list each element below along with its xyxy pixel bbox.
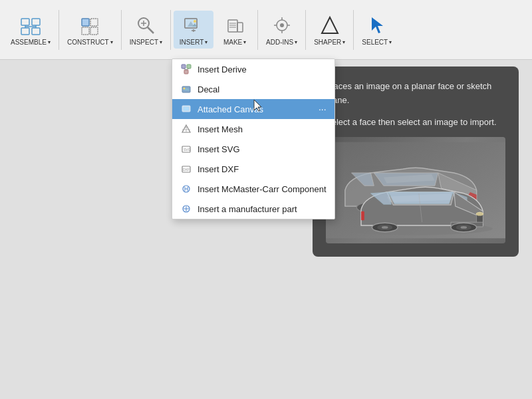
canvas-dots: ···: [319, 104, 327, 114]
shaper-label: SHAPER ▾: [314, 39, 345, 46]
toolbar-group-select[interactable]: SELECT ▾: [356, 11, 397, 49]
svg-icon: SVG: [180, 143, 192, 155]
svg-rect-8: [90, 19, 98, 26]
divider-2: [121, 10, 122, 50]
toolbar-group-addins[interactable]: ADD-INS ▾: [261, 11, 303, 49]
svg-text:DXF: DXF: [183, 168, 190, 172]
decal-label: Decal: [198, 84, 327, 94]
svg-point-72: [476, 212, 484, 216]
svg-rect-9: [82, 27, 89, 35]
svg-rect-37: [184, 70, 188, 74]
svg-marker-34: [372, 17, 383, 33]
menu-item-insert-svg[interactable]: SVG Insert SVG: [172, 139, 334, 159]
dxf-icon: DXF: [180, 163, 192, 175]
info-panel-image: [326, 137, 505, 243]
toolbar: ASSEMBLE ▾ CONSTRUCT ▾: [0, 0, 532, 60]
svg-text:SVG: SVG: [184, 148, 191, 152]
divider-6: [353, 10, 354, 50]
divider-5: [305, 10, 306, 50]
shaper-icon: [318, 13, 342, 37]
construct-label: CONSTRUCT ▾: [67, 39, 113, 46]
svg-point-19: [194, 20, 196, 23]
inspect-label: INSPECT ▾: [130, 39, 162, 46]
svg-point-69: [461, 226, 467, 229]
svg-point-41: [184, 88, 186, 90]
svg-label: Insert SVG: [198, 144, 327, 154]
menu-item-insert-derive[interactable]: Insert Derive: [172, 59, 334, 79]
addins-label: ADD-INS ▾: [266, 39, 297, 46]
svg-rect-22: [228, 20, 237, 32]
toolbar-group-inspect[interactable]: INSPECT ▾: [124, 11, 168, 49]
insert-label: INSERT ▾: [180, 39, 208, 46]
toolbar-group-construct[interactable]: CONSTRUCT ▾: [62, 11, 118, 49]
manufacturer-label: Insert a manufacturer part: [198, 204, 327, 214]
info-panel: Places an image on a planar face or sket…: [313, 66, 519, 257]
toolbar-group-shaper[interactable]: SHAPER ▾: [309, 11, 350, 49]
svg-rect-71: [361, 211, 364, 221]
insert-derive-label: Insert Derive: [198, 65, 327, 74]
decal-icon: [180, 83, 192, 95]
svg-rect-36: [187, 65, 191, 68]
canvas-icon: [180, 103, 192, 115]
make-icon: [223, 13, 247, 37]
mcmaster-label: Insert McMaster-Carr Component: [198, 184, 327, 194]
svg-rect-2: [32, 19, 40, 25]
svg-rect-3: [32, 28, 40, 35]
menu-item-insert-manufacturer[interactable]: Insert a manufacturer part: [172, 199, 334, 219]
manufacturer-icon: [180, 203, 192, 215]
svg-rect-44: [184, 107, 189, 110]
svg-rect-10: [90, 27, 98, 35]
divider-1: [59, 10, 59, 50]
inspect-icon: [134, 13, 158, 37]
svg-rect-35: [182, 65, 186, 68]
insert-icon: [182, 13, 205, 37]
svg-rect-0: [21, 19, 29, 25]
addins-icon: [270, 13, 294, 37]
svg-line-12: [148, 27, 154, 33]
divider-3: [170, 10, 171, 50]
svg-rect-23: [237, 23, 243, 32]
svg-rect-1: [21, 28, 29, 35]
svg-marker-33: [322, 17, 338, 33]
svg-point-66: [382, 226, 388, 229]
assemble-label: ASSEMBLE ▾: [11, 39, 51, 46]
mesh-label: Insert Mesh: [198, 124, 327, 134]
svg-rect-7: [82, 19, 89, 26]
toolbar-group-make[interactable]: MAKE ▾: [215, 11, 255, 49]
canvas-label: Attached Canvas: [198, 104, 311, 114]
dropdown-menu: Insert Derive Decal Attached Canvas: [172, 59, 335, 219]
svg-point-28: [280, 23, 284, 27]
select-icon: [365, 13, 389, 37]
menu-item-insert-dxf[interactable]: DXF Insert DXF: [172, 159, 334, 179]
menu-item-attached-canvas[interactable]: Attached Canvas ···: [172, 99, 334, 119]
mcmaster-icon: [180, 183, 192, 195]
info-panel-line1: Places an image on a planar face or sket…: [326, 80, 505, 108]
assemble-icon: [19, 13, 43, 37]
info-panel-line2: Select a face then select an image to im…: [326, 116, 505, 130]
insert-dropdown: Insert Derive Decal Attached Canvas: [172, 59, 335, 219]
toolbar-group-insert[interactable]: INSERT ▾: [174, 11, 213, 49]
mesh-icon: [180, 123, 192, 135]
dxf-label: Insert DXF: [198, 164, 327, 174]
make-label: MAKE ▾: [223, 39, 246, 46]
toolbar-group-assemble[interactable]: ASSEMBLE ▾: [5, 11, 56, 49]
menu-item-insert-mesh[interactable]: Insert Mesh: [172, 119, 334, 139]
derive-icon: [180, 63, 192, 75]
menu-item-insert-mcmaster[interactable]: Insert McMaster-Carr Component: [172, 179, 334, 199]
select-label: SELECT ▾: [362, 39, 392, 46]
construct-icon: [78, 13, 102, 37]
menu-item-decal[interactable]: Decal: [172, 79, 334, 99]
divider-4: [257, 10, 258, 50]
